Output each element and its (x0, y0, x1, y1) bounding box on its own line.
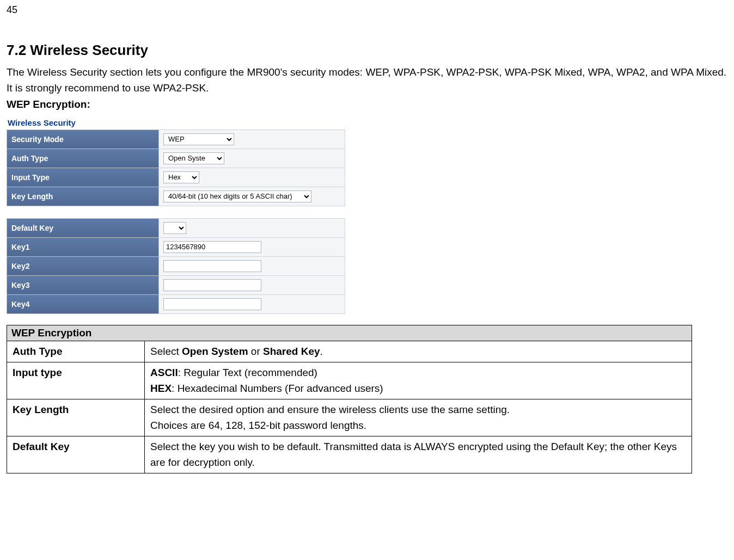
settings-table-keys: Default Key 1 Key1 Key2 Key3 Key4 (7, 218, 345, 314)
default-key-select[interactable]: 1 (163, 222, 186, 234)
key2-input[interactable] (163, 260, 261, 272)
desc-row-input-type: Input type ASCII: Regular Text (recommen… (7, 362, 692, 399)
label-input-type: Input Type (7, 168, 159, 187)
wep-description-table: WEP Encryption Auth Type Select Open Sys… (7, 325, 692, 474)
desc-row-auth-type: Auth Type Select Open System or Shared K… (7, 341, 692, 362)
label-key3: Key3 (7, 275, 159, 294)
panel-title: Wireless Security (8, 118, 345, 127)
row-key1: Key1 (7, 237, 345, 256)
row-security-mode: Security Mode WEP (7, 130, 345, 149)
row-key3: Key3 (7, 275, 345, 294)
key-length-select[interactable]: 40/64-bit (10 hex digits or 5 ASCII char… (163, 190, 311, 202)
desc-row-default-key: Default Key Select the key you wish to b… (7, 436, 692, 473)
security-mode-select[interactable]: WEP (163, 133, 234, 145)
settings-table-top: Security Mode WEP Auth Type Open System … (7, 130, 345, 206)
desc-text-input-type: ASCII: Regular Text (recommended) HEX: H… (145, 362, 692, 399)
desc-label-auth-type: Auth Type (7, 341, 145, 362)
label-key4: Key4 (7, 294, 159, 313)
desc-label-key-length: Key Length (7, 399, 145, 436)
label-key-length: Key Length (7, 187, 159, 206)
input-type-select[interactable]: Hex (163, 171, 199, 183)
section-title: 7.2 Wireless Security (7, 42, 727, 59)
label-security-mode: Security Mode (7, 130, 159, 149)
label-key1: Key1 (7, 237, 159, 256)
auth-type-select[interactable]: Open System (163, 152, 224, 164)
page-number: 45 (7, 4, 727, 16)
desc-label-input-type: Input type (7, 362, 145, 399)
key3-input[interactable] (163, 279, 261, 291)
row-key-length: Key Length 40/64-bit (10 hex digits or 5… (7, 187, 345, 206)
desc-text-auth-type: Select Open System or Shared Key. (145, 341, 692, 362)
key4-input[interactable] (163, 298, 261, 310)
wep-encryption-subhead: WEP Encryption: (7, 99, 727, 110)
row-auth-type: Auth Type Open System (7, 149, 345, 168)
label-auth-type: Auth Type (7, 149, 159, 168)
key1-input[interactable] (163, 241, 261, 253)
desc-row-key-length: Key Length Select the desired option and… (7, 399, 692, 436)
row-key4: Key4 (7, 294, 345, 313)
row-default-key: Default Key 1 (7, 218, 345, 237)
desc-text-key-length: Select the desired option and ensure the… (145, 399, 692, 436)
intro-paragraph: The Wireless Security section lets you c… (7, 64, 727, 96)
desc-text-default-key: Select the key you wish to be default. T… (145, 436, 692, 473)
desc-label-default-key: Default Key (7, 436, 145, 473)
wireless-security-screenshot: Wireless Security Security Mode WEP Auth… (7, 118, 345, 314)
desc-header: WEP Encryption (7, 325, 692, 341)
label-default-key: Default Key (7, 218, 159, 237)
row-input-type: Input Type Hex (7, 168, 345, 187)
row-key2: Key2 (7, 256, 345, 275)
label-key2: Key2 (7, 256, 159, 275)
